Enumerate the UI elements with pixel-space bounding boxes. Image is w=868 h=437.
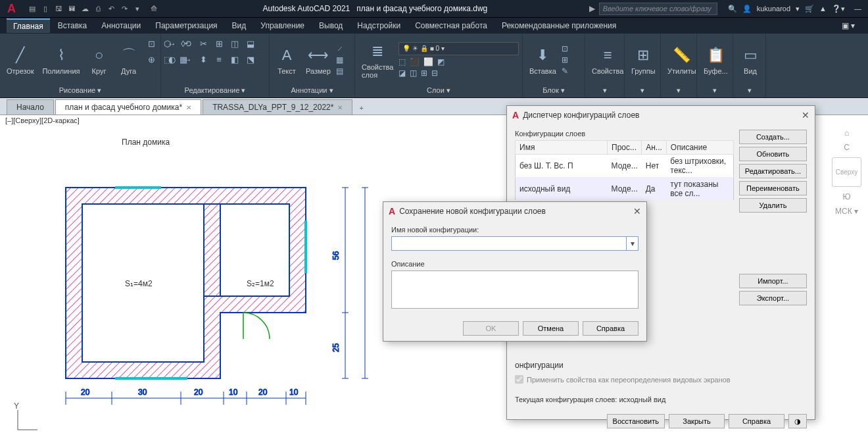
tab-start[interactable]: Начало	[7, 99, 54, 115]
edit-button[interactable]: Редактировать...	[739, 164, 807, 178]
panel-block-label[interactable]: Блок ▾	[525, 84, 583, 96]
close-button[interactable]: Закрыть	[669, 414, 725, 428]
cart-icon[interactable]: 🛒	[805, 5, 814, 13]
modify-tools[interactable]: ↔⟲✂⊞◫⬓◐→⬍≡◧⬔	[164, 37, 258, 83]
layer-controls[interactable]: 💡 ☀ 🔒 ■ 0 ▾ ⬚⬛⬜◩ ◪◫⊞⊟	[398, 42, 519, 78]
qat-dropdown-icon[interactable]: ▾	[132, 3, 143, 14]
cancel-button[interactable]: Отмена	[523, 321, 579, 336]
panel-clipboard: 📋Буфе...▾	[697, 34, 733, 97]
user-icon[interactable]: 👤	[742, 5, 752, 13]
delete-button[interactable]: Удалить	[739, 198, 807, 213]
help-icon[interactable]: ❔▾	[832, 5, 845, 13]
dialog-titlebar[interactable]: A Сохранение новой конфигурации слоев ✕	[383, 202, 646, 220]
export-button[interactable]: Экспорт...	[739, 291, 807, 305]
insert-button[interactable]: ⬇Вставка	[526, 43, 560, 77]
new-tab-button[interactable]: +	[354, 101, 368, 115]
table-row[interactable]: без Ш. Т. Вс. ПМоде...Нетбез штриховки, …	[516, 155, 734, 178]
restore-button[interactable]: Восстановить	[607, 414, 665, 428]
tab-file-2[interactable]: TRASSA_DLYa_PPT_9_12_2022*✕	[203, 99, 352, 115]
search-input[interactable]: Введите ключевое слово/фразу	[599, 3, 717, 15]
tab-annotate[interactable]: Аннотации	[95, 19, 147, 32]
saveas-icon[interactable]: 🖬	[66, 3, 78, 14]
tab-manage[interactable]: Управление	[254, 19, 311, 32]
properties-button[interactable]: ≡Свойства	[589, 43, 627, 77]
clipboard-button[interactable]: 📋Буфе...	[700, 43, 731, 77]
username-label[interactable]: kukunarod	[757, 5, 790, 13]
tab-recommended[interactable]: Рекомендованные приложения	[495, 19, 623, 32]
new-icon[interactable]: ▤	[26, 3, 38, 14]
polyline-button[interactable]: ⌇Полилиния	[39, 43, 83, 77]
tab-file-1[interactable]: план и фасад учебного домика*✕	[55, 99, 201, 115]
apps-icon[interactable]: ▲	[819, 5, 827, 13]
ok-button: OK	[463, 321, 519, 336]
share-icon[interactable]: ⟰	[151, 4, 157, 13]
close-icon[interactable]: ✕	[802, 110, 809, 120]
tab-view[interactable]: Вид	[226, 19, 253, 32]
redo-icon[interactable]: ↷	[118, 3, 130, 14]
tab-home[interactable]: Главная	[7, 18, 50, 33]
panel-draw-label[interactable]: Рисование ▾	[2, 84, 158, 96]
import-button[interactable]: Импорт...	[739, 274, 807, 288]
dim-56: 56	[331, 251, 341, 260]
dimension-button[interactable]: ⟷Размер	[302, 43, 334, 77]
panel-layers-label[interactable]: Слои ▾	[357, 84, 520, 96]
dialog-footer: Восстановить Закрыть Справка ◑	[507, 409, 815, 434]
tab-expand[interactable]: ▣ ▾	[835, 19, 861, 32]
line-button[interactable]: ╱Отрезок	[3, 43, 37, 77]
create-button[interactable]: Создать...	[739, 130, 807, 144]
update-button[interactable]: Обновить	[739, 147, 807, 161]
config-name-input[interactable]	[391, 236, 627, 251]
panel-annot-label[interactable]: Аннотации ▾	[272, 84, 352, 96]
tab-addins[interactable]: Надстройки	[350, 19, 407, 32]
undo-icon[interactable]: ↶	[105, 3, 117, 14]
plot-icon[interactable]: ⎙	[92, 3, 104, 14]
text-button[interactable]: AТекст	[273, 43, 301, 77]
expand-button[interactable]: ◑	[788, 414, 807, 428]
help-button[interactable]: Справка	[729, 414, 784, 428]
tab-param[interactable]: Параметризация	[149, 19, 224, 32]
svg-text:10: 10	[289, 388, 299, 397]
autocad-icon: A	[389, 206, 395, 217]
north-icon: С	[844, 143, 850, 152]
home-icon[interactable]: ⌂	[844, 128, 849, 138]
block-small[interactable]: ⊡⊞✎	[562, 44, 568, 76]
config-desc-input[interactable]	[391, 270, 639, 309]
tab-insert[interactable]: Вставка	[51, 19, 94, 32]
dialog-title: Сохранение новой конфигурации слоев	[399, 207, 546, 216]
compass-icon[interactable]: Ю	[842, 192, 850, 201]
close-icon[interactable]: ✕	[186, 104, 191, 111]
app-logo[interactable]: A	[0, 0, 23, 18]
svg-text:10: 10	[229, 388, 238, 397]
signin-icon[interactable]: 🔍	[728, 5, 737, 13]
layerprops-button[interactable]: ≣Свойства слоя	[358, 39, 397, 81]
view-button[interactable]: ▭Вид	[736, 43, 764, 77]
close-icon[interactable]: ✕	[633, 206, 641, 217]
app-title: Autodesk AutoCAD 2021 план и фасад учебн…	[161, 4, 589, 13]
tab-collab[interactable]: Совместная работа	[408, 19, 494, 32]
dropdown-icon[interactable]: ▾	[627, 236, 639, 251]
dropdown-icon[interactable]: ▾	[796, 5, 800, 13]
rename-button[interactable]: Переименовать	[739, 181, 807, 195]
open-icon[interactable]: ▯	[39, 3, 51, 14]
viewcube[interactable]: Сверху	[832, 157, 861, 187]
arc-button[interactable]: ⌒Дуга	[115, 43, 143, 77]
groups-button[interactable]: ⊞Группы	[628, 43, 659, 77]
panel-modify-label[interactable]: Редактирование ▾	[163, 84, 267, 96]
circle-button[interactable]: ○Круг	[85, 43, 113, 77]
svg-text:Y: Y	[14, 401, 19, 411]
close-icon[interactable]: ✕	[337, 104, 343, 111]
wcs-label[interactable]: МСК ▾	[835, 207, 858, 216]
dialog-titlebar[interactable]: A Диспетчер конфигураций слоев ✕	[507, 106, 815, 124]
desc-label: Описание	[391, 260, 639, 268]
cloud-icon[interactable]: ☁	[79, 3, 91, 14]
annot-small[interactable]: ⟋▦▤	[336, 44, 344, 76]
help-button[interactable]: Справка	[583, 321, 639, 336]
search-go-icon[interactable]: ▶	[589, 4, 595, 13]
minimize-icon[interactable]: —	[854, 5, 861, 13]
config-table[interactable]: Имя Прос... Ан... Описание без Ш. Т. Вс.…	[515, 140, 734, 201]
utilities-button[interactable]: 📏Утилиты	[664, 43, 700, 77]
tab-output[interactable]: Вывод	[312, 19, 349, 32]
svg-text:20: 20	[258, 388, 268, 397]
table-row[interactable]: исходный видМоде...Датут показаны все сл…	[516, 178, 734, 201]
save-icon[interactable]: 🖫	[53, 3, 64, 14]
